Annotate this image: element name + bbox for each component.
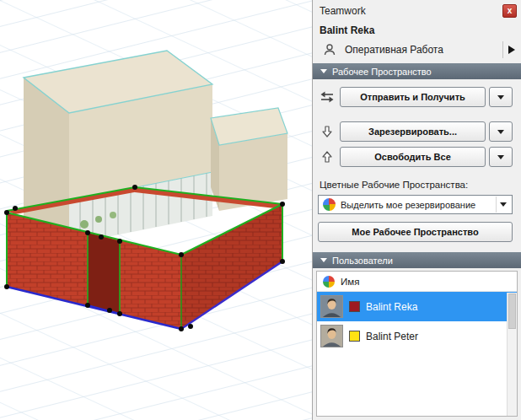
user-color-chip xyxy=(349,331,360,342)
palette-title: Teamwork xyxy=(320,5,366,17)
chevron-down-icon xyxy=(500,202,507,207)
section-workspace[interactable]: Рабочее Пространство xyxy=(313,63,521,79)
section-users-label: Пользователи xyxy=(332,256,393,266)
reserve-dropdown[interactable] xyxy=(489,121,513,142)
scrollbar-thumb[interactable] xyxy=(508,293,516,329)
chevron-down-icon xyxy=(320,69,327,73)
release-all-button[interactable]: Освободить Все xyxy=(340,147,486,167)
users-table: Имя Balint Reka xyxy=(316,271,518,417)
chevron-down-icon xyxy=(497,95,504,100)
user-avatar xyxy=(320,295,343,318)
release-all-dropdown[interactable] xyxy=(489,147,513,167)
close-button[interactable]: x xyxy=(502,4,517,18)
release-row: Освободить Все xyxy=(313,147,521,167)
work-mode-label: Оперативная Работа xyxy=(345,44,497,56)
send-receive-dropdown[interactable] xyxy=(489,87,513,107)
user-name: Balint Peter xyxy=(366,331,418,342)
reserve-button[interactable]: Зарезервировать... xyxy=(340,121,486,142)
3d-viewport[interactable] xyxy=(0,0,312,420)
chevron-down-icon xyxy=(497,130,504,134)
send-receive-row: Отправить и Получить xyxy=(313,87,521,107)
user-avatar xyxy=(320,325,343,347)
current-user-name: Balint Reka xyxy=(313,22,521,38)
chevron-down-icon xyxy=(320,258,327,262)
user-row-balint-peter[interactable]: Balint Peter xyxy=(317,321,517,351)
user-row-balint-reka[interactable]: Balint Reka xyxy=(317,292,517,321)
colored-workspaces-label: Цветные Рабочие Пространства: xyxy=(313,167,521,195)
section-users[interactable]: Пользователи xyxy=(313,252,521,268)
arrow-right-icon xyxy=(508,46,515,54)
arrow-down-icon xyxy=(318,123,336,140)
user-name: Balint Reka xyxy=(366,301,417,313)
name-column-header: Имя xyxy=(341,277,359,287)
highlight-reservation-select[interactable]: Выделить мое резервирование xyxy=(318,195,513,214)
chevron-down-icon xyxy=(497,155,504,159)
close-icon: x xyxy=(508,7,513,15)
reserve-row: Зарезервировать... xyxy=(313,121,521,142)
swap-arrows-icon xyxy=(318,89,336,105)
section-workspace-label: Рабочее Пространство xyxy=(332,67,432,77)
mode-flyout-button[interactable] xyxy=(502,41,519,58)
users-scrollbar[interactable] xyxy=(507,293,517,416)
color-wheel-icon xyxy=(323,198,336,211)
highlight-reservation-value: Выделить мое резервирование xyxy=(341,200,491,210)
my-workspace-button[interactable]: Мое Рабочее Пространство xyxy=(318,222,513,242)
3d-scene xyxy=(0,0,312,420)
application-window: Teamwork x Balint Reka Оперативная Работ… xyxy=(0,0,521,420)
palette-titlebar[interactable]: Teamwork x xyxy=(313,0,521,22)
send-receive-button[interactable]: Отправить и Получить xyxy=(340,87,486,107)
users-table-header[interactable]: Имя xyxy=(317,272,517,292)
user-color-chip xyxy=(349,301,360,312)
teamwork-palette: Teamwork x Balint Reka Оперативная Работ… xyxy=(312,0,521,420)
person-icon xyxy=(320,41,339,58)
color-wheel-icon xyxy=(323,276,335,288)
work-mode-row: Оперативная Работа xyxy=(313,38,521,63)
arrow-up-icon xyxy=(318,148,336,165)
combo-arrow-button[interactable] xyxy=(496,197,510,213)
